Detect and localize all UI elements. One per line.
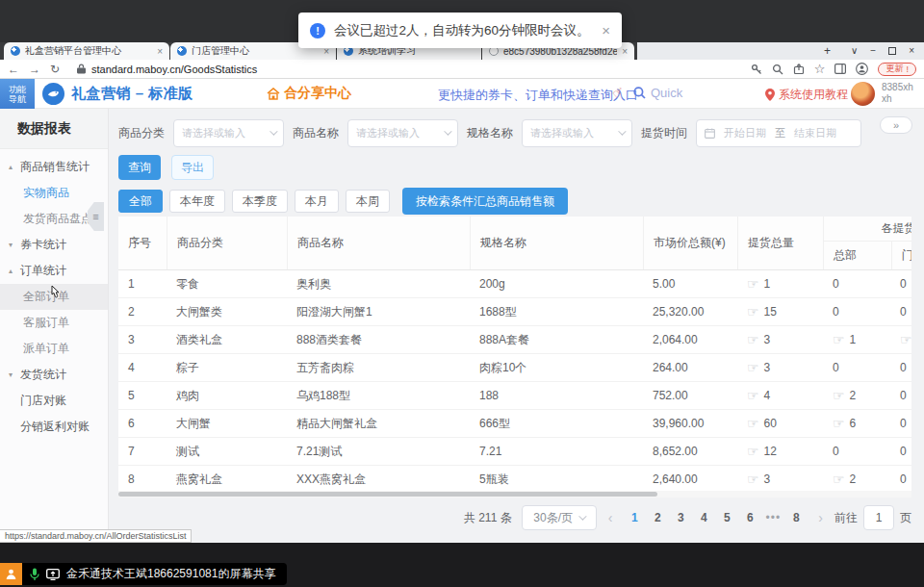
date-range-picker[interactable]: 至 <box>696 119 861 147</box>
product-name-select[interactable] <box>347 119 458 147</box>
window-controls: + ∨ − × <box>637 42 924 60</box>
product-name-input[interactable] <box>356 127 440 139</box>
col-product-name: 商品名称 <box>287 217 470 269</box>
page-5[interactable]: 5 <box>716 505 737 530</box>
new-tab-button[interactable]: + <box>824 44 831 58</box>
cell-category: 测试 <box>167 438 287 465</box>
sidebar-item-商品销售统计[interactable]: ▴商品销售统计 <box>0 154 108 180</box>
page-1[interactable]: 1 <box>624 505 645 530</box>
spec-input[interactable] <box>530 127 614 139</box>
browser-address-bar: ← → ↻ standard.maboy.cn/GoodsStatistics … <box>0 60 924 79</box>
page-ellipsis[interactable]: ••• <box>762 505 783 530</box>
arrow-expanded-icon: ▴ <box>9 267 20 275</box>
quick-search[interactable]: Quick <box>633 86 682 100</box>
sidebar-item-客服订单[interactable]: 客服订单 <box>0 310 108 336</box>
category-select[interactable] <box>173 119 284 147</box>
tab-close-icon[interactable]: × <box>157 46 163 57</box>
spec-select[interactable] <box>522 119 632 147</box>
range-tab-all[interactable]: 全部 <box>118 190 163 213</box>
pickup-value: 15 <box>764 305 777 319</box>
horizontal-scrollbar[interactable] <box>118 491 911 498</box>
tab-search-icon[interactable]: ∨ <box>851 46 858 56</box>
screen-share-indicator[interactable]: 金禾通技术王斌18662591081的屏幕共享 <box>0 563 287 585</box>
cell-pickup-total: ☞4 <box>737 382 823 409</box>
cell-pickup-store: 0 <box>890 354 911 381</box>
page-size-select[interactable]: 30条/页 <box>522 505 597 530</box>
key-icon[interactable] <box>751 64 762 75</box>
sidebar-item-券卡统计[interactable]: ▾券卡统计 <box>0 232 108 258</box>
range-tab-year[interactable]: 本年度 <box>169 190 225 213</box>
range-tab-quarter[interactable]: 本季度 <box>232 190 288 213</box>
page-6[interactable]: 6 <box>739 505 760 530</box>
cell-pickup-total: ☞3 <box>737 354 823 381</box>
tab-close-icon[interactable]: × <box>622 46 628 57</box>
cell-amount: 39,960.00 <box>643 410 737 437</box>
function-nav-toggle[interactable]: 功能 导航 <box>0 79 35 109</box>
sidebar-item-label: 客服订单 <box>23 315 69 331</box>
export-button[interactable]: 导出 <box>171 155 214 180</box>
back-icon[interactable]: ← <box>8 63 19 76</box>
forward-icon[interactable]: → <box>29 63 40 76</box>
browser-tab-1[interactable]: 礼盒营销平台管理中心 × <box>4 42 169 60</box>
date-end-input[interactable] <box>790 127 840 139</box>
next-page-icon[interactable]: › <box>816 510 825 525</box>
pickup-hand-icon: ☞ <box>747 361 759 374</box>
cell-pickup-hq: 0 <box>823 298 890 325</box>
table-row: 1零食奥利奥200g5.00☞100 <box>118 270 911 298</box>
toast-close-icon[interactable]: × <box>602 22 610 38</box>
sidebar-item-订单统计[interactable]: ▴订单统计 <box>0 258 108 284</box>
sidebar-item-label: 商品销售统计 <box>20 159 90 175</box>
page-4[interactable]: 4 <box>693 505 714 530</box>
browser-update-button[interactable]: 更新 ! <box>878 63 916 76</box>
expand-filters-button[interactable]: » <box>880 116 912 134</box>
pickup-hand-icon: ☞ <box>747 472 759 486</box>
cell-index: 5 <box>118 382 167 409</box>
close-window-icon[interactable]: × <box>909 46 914 56</box>
sidebar-title: 数据报表 <box>0 109 108 149</box>
maximize-icon[interactable] <box>888 47 896 55</box>
date-start-input[interactable] <box>720 127 770 139</box>
sidebar-item-门店对账[interactable]: 门店对账 <box>0 388 108 414</box>
prev-page-icon[interactable]: ‹ <box>606 510 615 525</box>
calendar-icon <box>705 128 715 139</box>
page-3[interactable]: 3 <box>670 505 691 530</box>
minimize-icon[interactable]: − <box>870 46 876 56</box>
summary-button[interactable]: 按检索条件汇总商品销售额 <box>402 188 568 215</box>
pickup-value: 0 <box>900 277 907 291</box>
share-center-link[interactable]: 合分享中心 <box>267 85 351 102</box>
user-avatar[interactable] <box>851 82 875 106</box>
pickup-hand-icon: ☞ <box>747 305 759 319</box>
profile-icon[interactable] <box>856 63 868 75</box>
range-tab-week[interactable]: 本周 <box>346 190 390 213</box>
page-8[interactable]: 8 <box>785 505 807 530</box>
tab-favicon-icon <box>177 46 187 56</box>
sidebar-item-分销返利对账[interactable]: 分销返利对账 <box>0 414 108 440</box>
sidebar-item-实物商品[interactable]: 实物商品 <box>0 180 108 206</box>
cell-product-name: 乌鸡188型 <box>287 382 470 409</box>
page-2[interactable]: 2 <box>647 505 668 530</box>
sidebar-item-派单订单[interactable]: 派单订单 <box>0 336 108 362</box>
share-icon[interactable] <box>793 64 805 75</box>
reload-icon[interactable]: ↻ <box>50 63 60 76</box>
zoom-icon[interactable] <box>772 64 783 75</box>
chevron-down-icon <box>618 127 626 135</box>
scrollbar-thumb[interactable] <box>118 492 657 497</box>
toast-message: 会议已超过2人，自动转为60分钟限时会议。 <box>334 22 590 39</box>
meeting-toast: ! 会议已超过2人，自动转为60分钟限时会议。 × <box>298 13 622 48</box>
query-button[interactable]: 查询 <box>118 155 161 180</box>
share-center-label: 合分享中心 <box>284 85 351 102</box>
tab-title: 礼盒营销平台管理中心 <box>25 44 152 58</box>
tutorial-link[interactable]: 系统使用教程 <box>765 87 848 103</box>
cell-pickup-store: 0 <box>890 466 911 493</box>
sidebar-item-发货统计[interactable]: ▾发货统计 <box>0 362 108 388</box>
goods-table-panel: 序号 商品分类 商品名称 规格名称 市场价总额(¥) 提货总量 各提货渠道 总部… <box>118 217 911 498</box>
pickup-value: 60 <box>764 417 777 430</box>
category-input[interactable] <box>182 127 266 139</box>
lock-icon <box>77 64 86 74</box>
side-panel-icon[interactable] <box>834 64 846 74</box>
url-input[interactable]: standard.maboy.cn/GoodsStatistics <box>77 63 741 76</box>
bookmark-star-icon[interactable]: ☆ <box>814 63 826 75</box>
goto-page-input[interactable] <box>863 505 894 530</box>
cell-amount: 5.00 <box>643 270 737 297</box>
range-tab-month[interactable]: 本月 <box>295 190 339 213</box>
